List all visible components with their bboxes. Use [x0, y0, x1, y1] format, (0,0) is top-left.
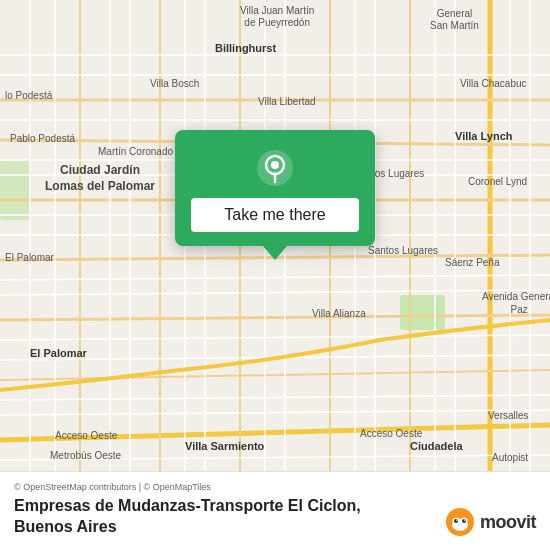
- svg-point-55: [464, 520, 465, 521]
- location-pin-icon: [255, 148, 295, 188]
- map-label-tos-lugares: tos Lugares: [372, 168, 424, 179]
- map-label-villa-lynch: Villa Lynch: [455, 130, 512, 142]
- map-label-martin-coronado: Martín Coronado: [98, 146, 173, 157]
- map-label-el-palomar1: El Palomar: [5, 252, 54, 263]
- map-label-coronel-lynd: Coronel Lynd: [468, 176, 527, 187]
- map-label-acceso-oeste1: Acceso Oeste: [55, 430, 117, 441]
- map-label-san-martin: GeneralSan Martín: [430, 8, 479, 32]
- map-label-villa-libertad: Villa Libertad: [258, 96, 316, 107]
- place-name: Empresas de Mudanzas-Transporte El Ciclo…: [14, 496, 361, 517]
- map-label-billinghurst: Billinghurst: [215, 42, 276, 54]
- place-city: Buenos Aires: [14, 517, 361, 538]
- svg-point-47: [271, 161, 279, 169]
- map-label-villa-sarmiento: Villa Sarmiento: [185, 440, 264, 452]
- map-label-ciudadela: Ciudadela: [410, 440, 463, 452]
- svg-point-53: [462, 519, 466, 523]
- moovit-icon: [444, 506, 476, 538]
- svg-point-54: [456, 520, 457, 521]
- svg-rect-1: [400, 295, 445, 330]
- map-attribution: © OpenStreetMap contributors | © OpenMap…: [14, 482, 536, 492]
- map-label-pablo-podesta: Pablo Podestá: [10, 133, 75, 144]
- map-label-villa-chacabuco: Villa Chacabuc: [460, 78, 527, 89]
- bottom-bar: © OpenStreetMap contributors | © OpenMap…: [0, 471, 550, 550]
- moovit-logo: moovit: [444, 506, 536, 538]
- moovit-brand-text: moovit: [480, 512, 536, 533]
- map-label-lo-podesta: lo Podestá: [5, 90, 52, 101]
- map-label-saenz-pena: Sáenz Peña: [445, 257, 500, 268]
- map-label-santos-lugares: Santos Lugares: [368, 245, 438, 256]
- take-me-there-button[interactable]: Take me there: [191, 198, 359, 232]
- svg-rect-2: [0, 160, 30, 220]
- map-label-el-palomar2: El Palomar: [30, 347, 87, 359]
- map-label-villa-juan: Villa Juan Martínde Pueyrredón: [240, 5, 314, 29]
- map-label-villa-alianza: Villa Alianza: [312, 308, 366, 319]
- map-label-acceso-oeste2: Acceso Oeste: [360, 428, 422, 439]
- map-label-autopist: Autopist: [492, 452, 528, 463]
- info-card: Take me there: [175, 130, 375, 246]
- map-label-villa-bosch: Villa Bosch: [150, 78, 199, 89]
- map-container: Villa Juan Martínde Pueyrredón GeneralSa…: [0, 0, 550, 550]
- map-label-ciudad-jardin: Ciudad JardínLomas del Palomar: [45, 163, 155, 194]
- svg-point-52: [454, 519, 458, 523]
- map-label-avenida-gral-paz: Avenida GeneralPaz: [482, 290, 550, 316]
- map-label-versalles: Versalles: [488, 410, 529, 421]
- map-label-metrobus: Metrobús Oeste: [50, 450, 121, 461]
